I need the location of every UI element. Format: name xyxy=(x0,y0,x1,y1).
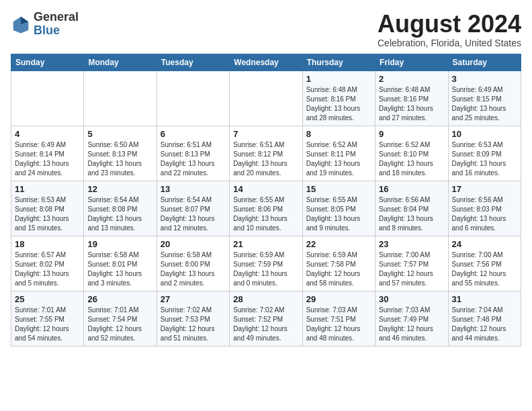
day-number: 8 xyxy=(306,129,371,139)
calendar-cell xyxy=(157,71,229,126)
day-info: Sunrise: 6:56 AM Sunset: 8:04 PM Dayligh… xyxy=(379,195,444,233)
location-subtitle: Celebration, Florida, United States xyxy=(378,38,521,48)
calendar-cell: 29Sunrise: 7:03 AM Sunset: 7:51 PM Dayli… xyxy=(302,291,375,346)
calendar-cell: 23Sunrise: 7:00 AM Sunset: 7:57 PM Dayli… xyxy=(375,236,448,291)
day-info: Sunrise: 7:00 AM Sunset: 7:57 PM Dayligh… xyxy=(379,250,444,288)
day-info: Sunrise: 6:49 AM Sunset: 8:14 PM Dayligh… xyxy=(15,140,80,178)
calendar-cell: 28Sunrise: 7:02 AM Sunset: 7:52 PM Dayli… xyxy=(230,291,302,346)
weekday-header-wednesday: Wednesday xyxy=(230,54,302,71)
calendar-cell: 14Sunrise: 6:55 AM Sunset: 8:06 PM Dayli… xyxy=(230,181,302,236)
calendar-cell xyxy=(230,71,302,126)
calendar-cell: 8Sunrise: 6:52 AM Sunset: 8:11 PM Daylig… xyxy=(302,126,375,181)
calendar-cell: 9Sunrise: 6:52 AM Sunset: 8:10 PM Daylig… xyxy=(375,126,448,181)
calendar-cell: 17Sunrise: 6:56 AM Sunset: 8:03 PM Dayli… xyxy=(448,181,521,236)
calendar-cell: 2Sunrise: 6:48 AM Sunset: 8:16 PM Daylig… xyxy=(375,71,448,126)
day-info: Sunrise: 6:53 AM Sunset: 8:08 PM Dayligh… xyxy=(15,195,80,233)
calendar-cell: 5Sunrise: 6:50 AM Sunset: 8:13 PM Daylig… xyxy=(84,126,157,181)
calendar-week-row: 4Sunrise: 6:49 AM Sunset: 8:14 PM Daylig… xyxy=(11,126,521,181)
day-info: Sunrise: 6:51 AM Sunset: 8:12 PM Dayligh… xyxy=(233,140,298,178)
day-number: 12 xyxy=(87,184,152,194)
day-info: Sunrise: 7:03 AM Sunset: 7:51 PM Dayligh… xyxy=(306,306,371,343)
logo: General Blue xyxy=(11,11,79,38)
day-number: 27 xyxy=(161,294,226,304)
day-number: 7 xyxy=(233,129,298,139)
weekday-header-monday: Monday xyxy=(84,54,157,71)
calendar-cell: 20Sunrise: 6:58 AM Sunset: 8:00 PM Dayli… xyxy=(157,236,229,291)
day-number: 1 xyxy=(306,74,371,84)
calendar-cell: 11Sunrise: 6:53 AM Sunset: 8:08 PM Dayli… xyxy=(11,181,84,236)
day-info: Sunrise: 6:52 AM Sunset: 8:11 PM Dayligh… xyxy=(306,140,371,178)
day-info: Sunrise: 7:02 AM Sunset: 7:53 PM Dayligh… xyxy=(161,306,226,343)
weekday-header-row: SundayMondayTuesdayWednesdayThursdayFrid… xyxy=(11,54,521,71)
calendar-cell: 21Sunrise: 6:59 AM Sunset: 7:59 PM Dayli… xyxy=(230,236,302,291)
day-info: Sunrise: 6:57 AM Sunset: 8:02 PM Dayligh… xyxy=(15,250,80,288)
day-info: Sunrise: 7:02 AM Sunset: 7:52 PM Dayligh… xyxy=(233,306,298,343)
calendar-cell: 15Sunrise: 6:55 AM Sunset: 8:05 PM Dayli… xyxy=(302,181,375,236)
logo-general-text: General xyxy=(34,11,79,24)
day-info: Sunrise: 7:03 AM Sunset: 7:49 PM Dayligh… xyxy=(379,306,444,343)
day-info: Sunrise: 6:53 AM Sunset: 8:09 PM Dayligh… xyxy=(452,140,517,178)
title-block: August 2024 Celebration, Florida, United… xyxy=(378,11,521,48)
calendar-cell xyxy=(11,71,84,126)
day-number: 25 xyxy=(15,294,80,304)
day-info: Sunrise: 6:51 AM Sunset: 8:13 PM Dayligh… xyxy=(161,140,226,178)
day-number: 28 xyxy=(233,294,298,304)
calendar-cell: 19Sunrise: 6:58 AM Sunset: 8:01 PM Dayli… xyxy=(84,236,157,291)
day-info: Sunrise: 6:58 AM Sunset: 8:00 PM Dayligh… xyxy=(161,250,226,288)
day-info: Sunrise: 6:48 AM Sunset: 8:16 PM Dayligh… xyxy=(306,85,371,123)
day-info: Sunrise: 6:54 AM Sunset: 8:08 PM Dayligh… xyxy=(87,195,152,233)
day-info: Sunrise: 6:59 AM Sunset: 7:58 PM Dayligh… xyxy=(306,250,371,288)
day-number: 14 xyxy=(233,184,298,194)
day-number: 2 xyxy=(379,74,444,84)
day-info: Sunrise: 7:01 AM Sunset: 7:55 PM Dayligh… xyxy=(15,306,80,343)
calendar-cell: 25Sunrise: 7:01 AM Sunset: 7:55 PM Dayli… xyxy=(11,291,84,346)
page-header: General Blue August 2024 Celebration, Fl… xyxy=(11,11,521,48)
weekday-header-sunday: Sunday xyxy=(11,54,84,71)
day-info: Sunrise: 6:52 AM Sunset: 8:10 PM Dayligh… xyxy=(379,140,444,178)
calendar-cell xyxy=(84,71,157,126)
day-number: 21 xyxy=(233,239,298,249)
day-info: Sunrise: 7:01 AM Sunset: 7:54 PM Dayligh… xyxy=(87,306,152,343)
logo-icon xyxy=(11,14,31,34)
calendar-cell: 18Sunrise: 6:57 AM Sunset: 8:02 PM Dayli… xyxy=(11,236,84,291)
day-number: 30 xyxy=(379,294,444,304)
calendar-cell: 4Sunrise: 6:49 AM Sunset: 8:14 PM Daylig… xyxy=(11,126,84,181)
calendar-table: SundayMondayTuesdayWednesdayThursdayFrid… xyxy=(11,54,521,347)
calendar-cell: 31Sunrise: 7:04 AM Sunset: 7:48 PM Dayli… xyxy=(448,291,521,346)
day-info: Sunrise: 6:48 AM Sunset: 8:16 PM Dayligh… xyxy=(379,85,444,123)
day-number: 4 xyxy=(15,129,80,139)
day-info: Sunrise: 6:56 AM Sunset: 8:03 PM Dayligh… xyxy=(452,195,517,233)
day-number: 26 xyxy=(87,294,152,304)
calendar-cell: 24Sunrise: 7:00 AM Sunset: 7:56 PM Dayli… xyxy=(448,236,521,291)
logo-blue-text: Blue xyxy=(34,24,79,38)
day-info: Sunrise: 6:49 AM Sunset: 8:15 PM Dayligh… xyxy=(452,85,517,123)
day-number: 23 xyxy=(379,239,444,249)
day-info: Sunrise: 6:54 AM Sunset: 8:07 PM Dayligh… xyxy=(161,195,226,233)
day-number: 31 xyxy=(452,294,517,304)
calendar-cell: 7Sunrise: 6:51 AM Sunset: 8:12 PM Daylig… xyxy=(230,126,302,181)
calendar-cell: 30Sunrise: 7:03 AM Sunset: 7:49 PM Dayli… xyxy=(375,291,448,346)
calendar-cell: 6Sunrise: 6:51 AM Sunset: 8:13 PM Daylig… xyxy=(157,126,229,181)
calendar-week-row: 1Sunrise: 6:48 AM Sunset: 8:16 PM Daylig… xyxy=(11,71,521,126)
calendar-cell: 12Sunrise: 6:54 AM Sunset: 8:08 PM Dayli… xyxy=(84,181,157,236)
month-year-title: August 2024 xyxy=(378,11,521,38)
calendar-week-row: 11Sunrise: 6:53 AM Sunset: 8:08 PM Dayli… xyxy=(11,181,521,236)
day-number: 22 xyxy=(306,239,371,249)
day-number: 19 xyxy=(87,239,152,249)
day-number: 15 xyxy=(306,184,371,194)
calendar-cell: 10Sunrise: 6:53 AM Sunset: 8:09 PM Dayli… xyxy=(448,126,521,181)
weekday-header-saturday: Saturday xyxy=(448,54,521,71)
day-info: Sunrise: 6:55 AM Sunset: 8:05 PM Dayligh… xyxy=(306,195,371,233)
day-number: 3 xyxy=(452,74,517,84)
day-number: 17 xyxy=(452,184,517,194)
day-number: 18 xyxy=(15,239,80,249)
day-number: 24 xyxy=(452,239,517,249)
weekday-header-tuesday: Tuesday xyxy=(157,54,229,71)
day-number: 6 xyxy=(161,129,226,139)
day-number: 16 xyxy=(379,184,444,194)
day-info: Sunrise: 7:04 AM Sunset: 7:48 PM Dayligh… xyxy=(452,306,517,343)
day-info: Sunrise: 6:58 AM Sunset: 8:01 PM Dayligh… xyxy=(87,250,152,288)
day-number: 20 xyxy=(161,239,226,249)
day-number: 29 xyxy=(306,294,371,304)
day-info: Sunrise: 6:55 AM Sunset: 8:06 PM Dayligh… xyxy=(233,195,298,233)
